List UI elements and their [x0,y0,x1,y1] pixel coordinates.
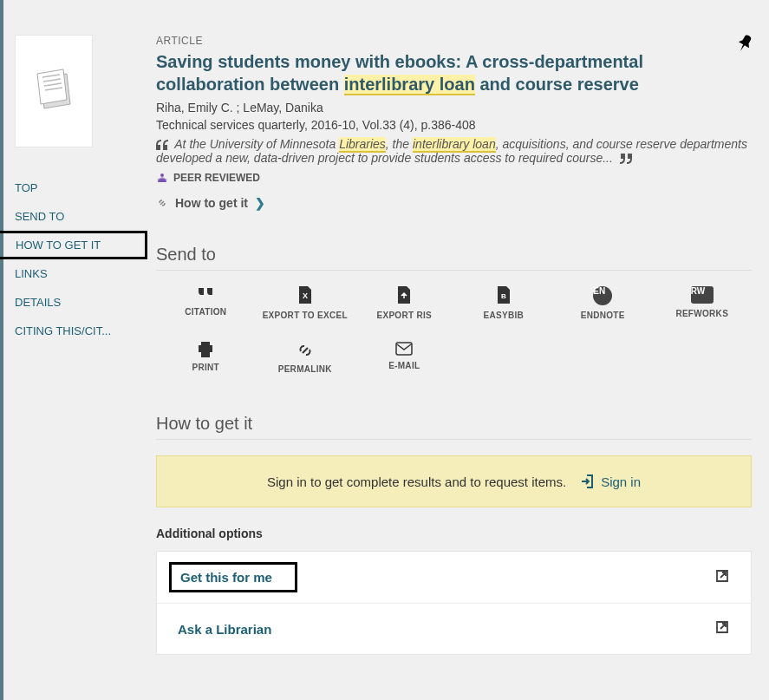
how-to-get-it-heading: How to get it [156,414,752,440]
document-stack-icon [32,65,75,117]
section-nav: TOP SEND TO HOW TO GET IT LINKS DETAILS … [10,173,147,345]
nav-how-to-get[interactable]: HOW TO GET IT [0,231,147,259]
record-thumbnail [15,35,93,147]
email-icon [395,342,413,356]
nav-links[interactable]: LINKS [10,259,147,288]
record-type: ARTICLE [156,35,752,47]
banner-text: Sign in to get complete results and to r… [267,474,566,489]
send-endnote[interactable]: EN ENDNOTE [553,286,653,321]
send-refworks[interactable]: RW REFWORKS [653,286,753,321]
quote-close-icon [620,154,632,164]
nav-top[interactable]: TOP [10,173,147,202]
send-citation[interactable]: CITATION [156,286,256,321]
ris-icon [396,286,412,305]
send-print[interactable]: PRINT [156,342,256,375]
peer-reviewed-badge: PEER REVIEWED [156,172,752,184]
nav-details[interactable]: DETAILS [10,288,147,317]
external-link-icon [714,568,730,587]
option-get-this[interactable]: Get this for me [157,552,751,604]
record-title: Saving students money with ebooks: A cro… [156,50,752,95]
sign-in-banner: Sign in to get complete results and to r… [156,455,752,507]
send-email[interactable]: E-MAIL [355,342,454,375]
quote-open-icon [156,140,168,150]
svg-rect-6 [396,343,412,355]
send-permalink[interactable]: PERMALINK [256,342,355,375]
link-icon [156,197,168,209]
excel-icon: X [297,286,313,305]
peer-reviewed-icon [156,172,168,184]
option-ask-librarian[interactable]: Ask a Librarian [157,604,751,654]
print-icon [197,342,214,357]
nav-send-to[interactable]: SEND TO [10,202,147,231]
send-export-excel[interactable]: X EXPORT TO EXCEL [256,286,355,321]
record-snippet: At the University of Minnesota Libraries… [156,137,752,165]
endnote-icon: EN [593,286,612,305]
additional-options-heading: Additional options [156,527,752,540]
send-to-heading: Send to [156,245,752,271]
pin-icon[interactable] [738,35,752,56]
permalink-icon [297,342,314,359]
chevron-right-icon: ❯ [255,196,265,210]
how-to-get-it-link[interactable]: How to get it ❯ [156,196,752,210]
easybib-icon: B [496,286,512,305]
citation-icon [197,286,214,302]
record-authors: Riha, Emily C. ; LeMay, Danika [156,101,752,114]
svg-text:B: B [501,292,506,300]
record-source: Technical services quarterly, 2016-10, V… [156,118,752,132]
additional-options-card: Get this for me Ask a Librarian [156,551,752,655]
external-link-icon [714,619,730,638]
svg-text:X: X [303,291,308,300]
title-highlight: interlibrary loan [344,75,475,95]
refworks-icon: RW [691,286,714,304]
sign-in-link[interactable]: Sign in [580,474,641,489]
send-export-ris[interactable]: EXPORT RIS [355,286,454,321]
send-easybib[interactable]: B EASYBIB [454,286,554,321]
nav-citing[interactable]: CITING THIS/CIT... [10,317,147,345]
send-to-grid: CITATION X EXPORT TO EXCEL EXPORT RIS B … [156,286,752,375]
sign-in-icon [580,474,596,489]
